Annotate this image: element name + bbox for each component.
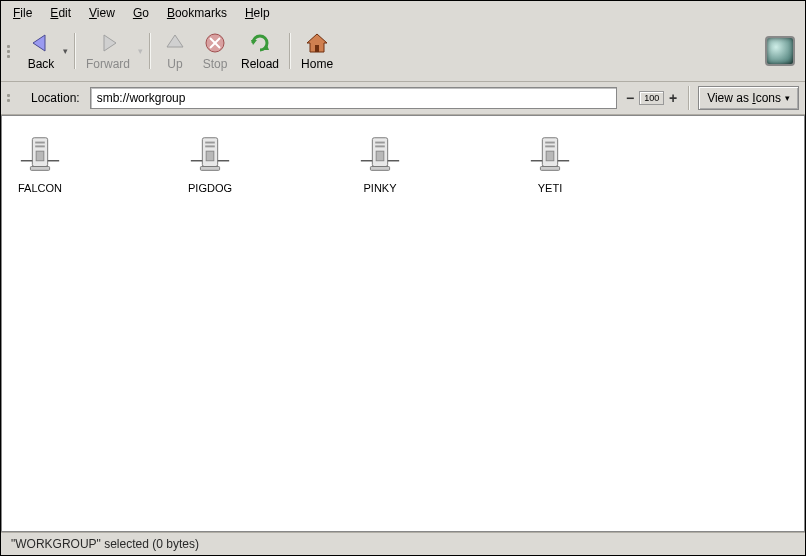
back-dropdown[interactable]: ▾ [61, 39, 70, 63]
svg-rect-12 [35, 145, 45, 147]
svg-rect-13 [36, 151, 44, 161]
zoom-out-button[interactable]: − [623, 90, 637, 106]
separator [74, 33, 76, 69]
back-button[interactable]: Back [21, 29, 61, 73]
zoom-control: − 100 + [623, 90, 680, 106]
location-grip[interactable] [7, 87, 15, 109]
host-item-pigdog[interactable]: PIGDOG [180, 132, 240, 194]
host-item-yeti[interactable]: YETI [520, 132, 580, 194]
forward-button: Forward [80, 29, 136, 73]
svg-marker-0 [33, 35, 45, 51]
toolbar: Back ▾ Forward ▾ Up Stop Reload Home [1, 25, 805, 82]
svg-rect-32 [545, 142, 555, 144]
location-bar: Location: − 100 + View as Icons ▾ [1, 82, 805, 115]
back-label: Back [28, 57, 55, 71]
forward-dropdown: ▾ [136, 39, 145, 63]
status-text: "WORKGROUP" selected (0 bytes) [11, 537, 199, 551]
svg-rect-27 [376, 151, 384, 161]
menu-view[interactable]: View [81, 3, 123, 23]
menu-bookmarks[interactable]: Bookmarks [159, 3, 235, 23]
menubar: File Edit View Go Bookmarks Help [1, 1, 805, 25]
svg-rect-25 [375, 142, 385, 144]
reload-icon [248, 31, 272, 55]
view-as-label: View as Icons [707, 91, 781, 105]
back-icon [29, 31, 53, 55]
svg-rect-18 [205, 142, 215, 144]
svg-rect-9 [315, 45, 319, 52]
icon-view[interactable]: FALCON PIGDOG PINKY [1, 115, 805, 532]
host-label: FALCON [18, 182, 62, 194]
svg-rect-11 [35, 142, 45, 144]
throbber-icon [765, 36, 795, 66]
host-label: PIGDOG [188, 182, 232, 194]
svg-rect-28 [370, 167, 389, 171]
svg-rect-19 [205, 145, 215, 147]
svg-rect-35 [540, 167, 559, 171]
zoom-value[interactable]: 100 [639, 91, 664, 105]
stop-button: Stop [195, 29, 235, 73]
chevron-down-icon: ▾ [785, 93, 790, 103]
up-icon [163, 31, 187, 55]
reload-button[interactable]: Reload [235, 29, 285, 73]
host-label: PINKY [363, 182, 396, 194]
svg-marker-2 [167, 35, 183, 47]
svg-rect-20 [206, 151, 214, 161]
separator [289, 33, 291, 69]
svg-rect-26 [375, 145, 385, 147]
host-label: YETI [538, 182, 562, 194]
svg-rect-14 [30, 167, 49, 171]
separator [149, 33, 151, 69]
menu-edit[interactable]: Edit [42, 3, 79, 23]
stop-label: Stop [203, 57, 228, 71]
forward-icon [96, 31, 120, 55]
menu-go[interactable]: Go [125, 3, 157, 23]
svg-rect-34 [546, 151, 554, 161]
computer-icon [357, 132, 403, 178]
toolbar-grip[interactable] [7, 27, 15, 75]
reload-label: Reload [241, 57, 279, 71]
home-button[interactable]: Home [295, 29, 339, 73]
zoom-in-button[interactable]: + [666, 90, 680, 106]
computer-icon [17, 132, 63, 178]
stop-icon [203, 31, 227, 55]
svg-rect-21 [200, 167, 219, 171]
location-label: Location: [27, 91, 84, 105]
menu-help[interactable]: Help [237, 3, 278, 23]
svg-marker-1 [104, 35, 116, 51]
up-button: Up [155, 29, 195, 73]
separator [688, 86, 690, 110]
home-icon [305, 31, 329, 55]
host-item-falcon[interactable]: FALCON [10, 132, 70, 194]
view-as-button[interactable]: View as Icons ▾ [698, 86, 799, 110]
location-input[interactable] [90, 87, 617, 109]
computer-icon [187, 132, 233, 178]
svg-rect-33 [545, 145, 555, 147]
host-item-pinky[interactable]: PINKY [350, 132, 410, 194]
up-label: Up [167, 57, 182, 71]
home-label: Home [301, 57, 333, 71]
forward-label: Forward [86, 57, 130, 71]
status-bar: "WORKGROUP" selected (0 bytes) [1, 532, 805, 555]
menu-file[interactable]: File [5, 3, 40, 23]
computer-icon [527, 132, 573, 178]
